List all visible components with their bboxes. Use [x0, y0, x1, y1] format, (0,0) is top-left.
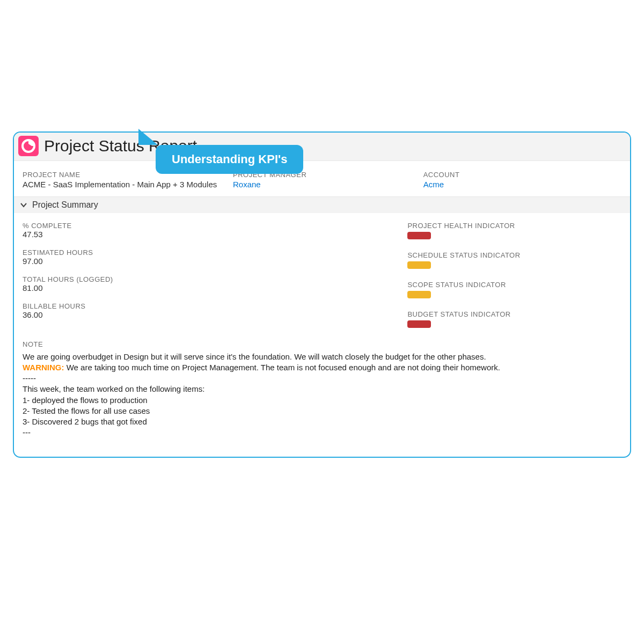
callout-bubble: Understanding KPI's: [156, 145, 303, 174]
callout-arrow-icon: [138, 129, 158, 145]
note-divider2: ---: [23, 427, 621, 438]
scope-label: SCOPE STATUS INDICATOR: [407, 281, 621, 289]
budget-label: BUDGET STATUS INDICATOR: [407, 310, 621, 318]
report-logo-icon: [18, 136, 39, 156]
total-label: TOTAL HOURS (LOGGED): [23, 275, 407, 283]
note-week-intro: This week, the team worked on the follow…: [23, 384, 621, 394]
project-manager-link[interactable]: Roxane: [233, 180, 423, 189]
note-line1: We are going overbudget in Design but it…: [23, 352, 621, 362]
health-label: PROJECT HEALTH INDICATOR: [407, 222, 621, 230]
project-info-row: PROJECT NAME ACME - SaaS Implementation …: [14, 161, 630, 197]
warning-text: We are taking too much time on Project M…: [64, 363, 500, 372]
note-section: NOTE We are going overbudget in Design b…: [23, 340, 621, 438]
billable-value: 36.00: [23, 310, 407, 319]
project-name-value: ACME - SaaS Implementation - Main App + …: [23, 180, 233, 189]
metric-complete: % COMPLETE 47.53: [23, 222, 407, 239]
section-title: Project Summary: [32, 200, 98, 210]
schedule-indicator-bar: [407, 261, 431, 269]
note-item1: 1- deployed the flows to production: [23, 395, 621, 406]
note-divider: -----: [23, 373, 621, 384]
account-link[interactable]: Acme: [423, 180, 624, 189]
note-warning-line: WARNING: We are taking too much time on …: [23, 362, 621, 373]
total-value: 81.00: [23, 283, 407, 292]
budget-indicator-bar: [407, 320, 431, 328]
billable-label: BILLABLE HOURS: [23, 302, 407, 310]
complete-label: % COMPLETE: [23, 222, 407, 230]
metric-estimated: ESTIMATED HOURS 97.00: [23, 248, 407, 266]
note-label: NOTE: [23, 340, 621, 349]
indicators-column: PROJECT HEALTH INDICATOR SCHEDULE STATUS…: [407, 222, 621, 340]
account-block: ACCOUNT Acme: [423, 171, 624, 189]
metric-billable: BILLABLE HOURS 36.00: [23, 302, 407, 319]
metrics-column: % COMPLETE 47.53 ESTIMATED HOURS 97.00 T…: [23, 222, 407, 340]
estimated-label: ESTIMATED HOURS: [23, 248, 407, 257]
schedule-label: SCHEDULE STATUS INDICATOR: [407, 251, 621, 259]
warning-prefix: WARNING:: [23, 363, 64, 372]
estimated-value: 97.00: [23, 257, 407, 266]
note-item3: 3- Discovered 2 bugs that got fixed: [23, 416, 621, 427]
summary-body: % COMPLETE 47.53 ESTIMATED HOURS 97.00 T…: [14, 213, 630, 438]
complete-value: 47.53: [23, 230, 407, 239]
scope-indicator-bar: [407, 291, 431, 298]
section-header[interactable]: Project Summary: [14, 197, 630, 213]
title-bar: Project Status Report: [14, 133, 630, 161]
account-label: ACCOUNT: [423, 171, 624, 179]
metric-total: TOTAL HOURS (LOGGED) 81.00: [23, 275, 407, 292]
health-indicator-bar: [407, 232, 431, 239]
note-item2: 2- Tested the flows for all use cases: [23, 406, 621, 416]
report-frame: Project Status Report PROJECT NAME ACME …: [13, 131, 631, 458]
chevron-down-icon: [19, 201, 28, 209]
callout-annotation: Understanding KPI's: [156, 145, 303, 174]
